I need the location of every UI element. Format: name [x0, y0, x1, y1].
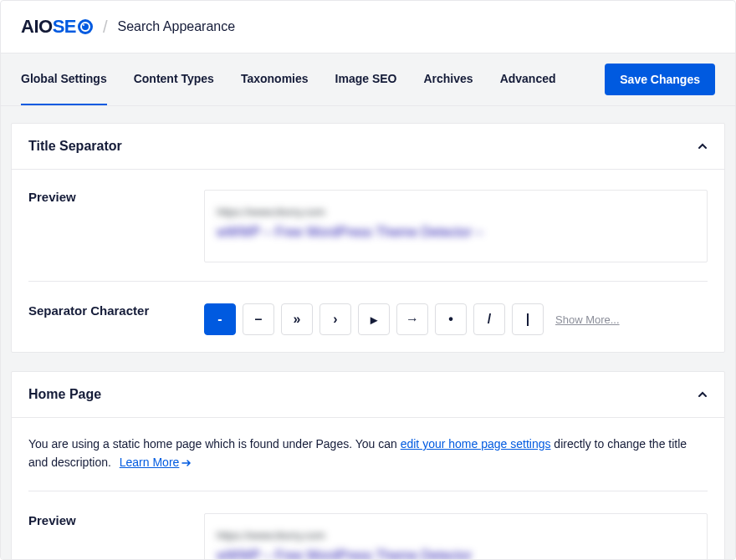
- logo-prefix: AIO: [21, 16, 53, 38]
- sep-ndash[interactable]: –: [243, 303, 274, 335]
- tab-archives[interactable]: Archives: [423, 53, 473, 105]
- separator-value: - – » › ▸ → • / | Show More...: [204, 303, 708, 335]
- show-more-link[interactable]: Show More...: [555, 313, 620, 326]
- save-button[interactable]: Save Changes: [605, 64, 715, 95]
- learn-more-link[interactable]: Learn More: [120, 453, 192, 471]
- card-title-separator: Title Separator Preview https://www.blur…: [11, 123, 725, 353]
- sep-rsaquo[interactable]: ›: [319, 303, 351, 335]
- sep-pipe[interactable]: |: [512, 303, 544, 335]
- logo: AIOSE: [21, 16, 93, 38]
- preview-url: https://www.blurry.com: [217, 206, 695, 218]
- tabs-bar: Global Settings Content Types Taxonomies…: [1, 53, 735, 106]
- sep-bullet[interactable]: •: [435, 303, 467, 335]
- sep-arrow[interactable]: →: [396, 303, 428, 335]
- tab-taxonomies[interactable]: Taxonomies: [241, 53, 309, 105]
- tab-content-types[interactable]: Content Types: [134, 53, 214, 105]
- row-separator: Separator Character - – » › ▸ → • / | Sh…: [28, 300, 708, 335]
- notice-text-prefix: You are using a static home page which i…: [28, 437, 401, 451]
- preview-value: https://www.blurry.com wWWP – Free WordP…: [204, 513, 708, 560]
- home-page-notice: You are using a static home page which i…: [28, 435, 708, 491]
- row-preview: Preview https://www.blurry.com wWWP – Fr…: [28, 186, 708, 282]
- separator-options: - – » › ▸ → • / | Show More...: [204, 303, 708, 335]
- learn-more-label: Learn More: [120, 453, 180, 471]
- tab-image-seo[interactable]: Image SEO: [335, 53, 397, 105]
- edit-home-page-link[interactable]: edit your home page settings: [401, 437, 551, 451]
- chevron-up-icon: [698, 141, 708, 151]
- logo-suffix: SE: [53, 16, 76, 38]
- sep-slash[interactable]: /: [473, 303, 505, 335]
- card-body: Preview https://www.blurry.com wWWP – Fr…: [12, 170, 724, 352]
- row-preview-home: Preview https://www.blurry.com wWWP – Fr…: [28, 510, 708, 560]
- preview-value: https://www.blurry.com wWWP – Free WordP…: [204, 190, 708, 262]
- arrow-right-icon: [181, 459, 192, 467]
- card-title: Home Page: [28, 387, 101, 402]
- sep-triangle[interactable]: ▸: [358, 303, 390, 335]
- preview-title: wWWP – Free WordPress Theme Detector –: [217, 225, 695, 240]
- tabs: Global Settings Content Types Taxonomies…: [21, 53, 556, 105]
- card-title: Title Separator: [28, 139, 122, 154]
- card-body: You are using a static home page which i…: [12, 418, 724, 560]
- preview-url: https://www.blurry.com: [217, 529, 695, 542]
- card-header-title-separator[interactable]: Title Separator: [12, 124, 724, 170]
- sep-dash[interactable]: -: [204, 303, 236, 335]
- preview-title: wWWP – Free WordPress Theme Detector: [217, 548, 695, 560]
- preview-box: https://www.blurry.com wWWP – Free WordP…: [204, 513, 708, 560]
- card-home-page: Home Page You are using a static home pa…: [11, 371, 725, 560]
- preview-label: Preview: [28, 190, 204, 262]
- preview-label: Preview: [28, 513, 204, 560]
- breadcrumb-separator: /: [103, 18, 108, 37]
- page-title: Search Appearance: [118, 19, 236, 34]
- logo-gear-icon: [78, 19, 93, 34]
- separator-label: Separator Character: [28, 303, 204, 335]
- tab-advanced[interactable]: Advanced: [500, 53, 556, 105]
- app-header: AIOSE / Search Appearance: [1, 1, 735, 53]
- content-area: Title Separator Preview https://www.blur…: [1, 106, 735, 560]
- tab-global-settings[interactable]: Global Settings: [21, 53, 107, 105]
- preview-box: https://www.blurry.com wWWP – Free WordP…: [204, 190, 708, 262]
- card-header-home-page[interactable]: Home Page: [12, 372, 724, 418]
- chevron-up-icon: [698, 389, 708, 400]
- sep-raquo[interactable]: »: [281, 303, 313, 335]
